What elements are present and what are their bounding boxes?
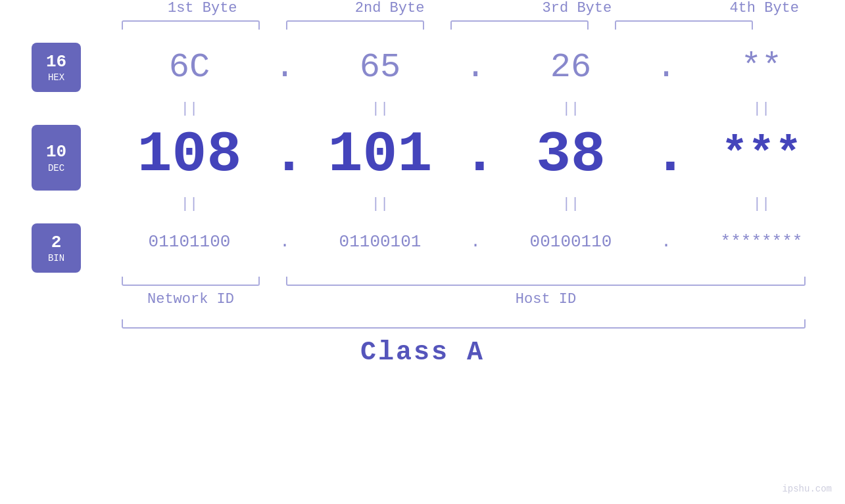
bin-byte1: 01101100 [107,232,272,252]
hex-dot2: . [462,48,489,87]
hex-byte2: 65 [298,48,462,87]
bin-dot1: . [272,232,298,252]
byte1-header: 1st Byte [122,0,283,16]
dec-dot3: . [653,122,679,187]
main-content: 16 HEX 10 DEC 2 BIN 6C [0,43,845,273]
hex-dot1: . [272,48,298,87]
byte2-header: 2nd Byte [309,0,471,16]
bracket-network [122,277,260,286]
equals-row-1: || || || || [107,99,845,118]
bracket-byte4 [615,20,753,30]
host-id-label: Host ID [286,291,806,308]
class-label: Class A [360,338,485,367]
bracket-byte3 [450,20,589,30]
data-rows: 6C . 65 . 26 . ** [107,43,845,266]
dec-dot1: . [272,122,298,187]
hex-byte4: ** [679,48,844,87]
hex-row: 6C . 65 . 26 . ** [107,43,845,92]
host-id-section: Host ID [286,277,806,308]
dec-badge: 10 DEC [32,125,81,191]
byte4-header: 4th Byte [683,0,845,16]
badges-column: 16 HEX 10 DEC 2 BIN [32,43,81,273]
dec-byte4: *** [679,129,844,180]
class-label-container: Class A [0,338,845,367]
hex-byte3: 26 [489,48,653,87]
bin-byte3: 00100110 [489,232,653,252]
hex-dot3: . [653,48,679,87]
bracket-host [286,277,806,286]
outer-bracket [122,319,806,329]
equals-row-2: || || || || [107,194,845,214]
dec-byte2: 101 [298,122,462,187]
byte-headers: 1st Byte 2nd Byte 3rd Byte 4th Byte [122,0,845,16]
network-id-label: Network ID [147,291,234,308]
network-id-section: Network ID [122,277,260,308]
bin-dot3: . [653,232,679,252]
dec-dot2: . [462,122,489,187]
byte3-header: 3rd Byte [496,0,658,16]
hex-byte1: 6C [107,48,272,87]
page-container: 1st Byte 2nd Byte 3rd Byte 4th Byte 16 H… [0,0,845,504]
watermark: ipshu.com [782,483,832,495]
bottom-section: Network ID Host ID [122,277,845,308]
bracket-byte2 [286,20,424,30]
hex-badge: 16 HEX [32,43,81,92]
bin-row: 01101100 . 01100101 . 00100110 . [107,217,845,266]
dec-byte1: 108 [107,122,272,187]
bin-dot2: . [462,232,489,252]
bin-badge: 2 BIN [32,223,81,273]
dec-row: 108 . 101 . 38 . *** [107,122,845,187]
bin-byte2: 01100101 [298,232,462,252]
dec-byte3: 38 [489,122,653,187]
top-brackets [122,20,845,30]
bin-byte4: ******** [679,232,844,252]
bracket-byte1 [122,20,260,30]
